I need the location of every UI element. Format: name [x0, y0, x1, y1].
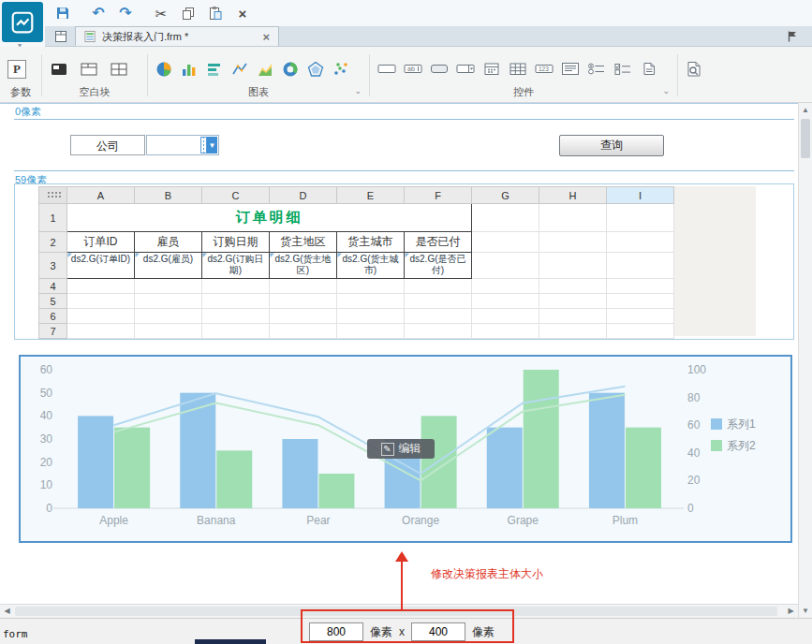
form-canvas[interactable]: 0像素 公司 ▼ 查询 59像素 ABCDEFGHI1订单明细2订单ID雇员订购…: [0, 103, 798, 604]
template-list-icon[interactable]: [54, 30, 67, 43]
pie-chart-icon[interactable]: [155, 61, 172, 78]
section-label-widgets[interactable]: 控件: [513, 86, 534, 97]
scroll-up-icon[interactable]: ▲: [799, 103, 812, 117]
donut-chart-icon[interactable]: [282, 61, 299, 78]
row-header-3[interactable]: 3: [39, 253, 67, 279]
tab-block-icon[interactable]: [80, 62, 98, 77]
horizontal-scrollbar[interactable]: ◀ ▶: [0, 604, 798, 618]
query-button[interactable]: 查询: [559, 135, 664, 156]
empty-cell[interactable]: [337, 324, 405, 339]
empty-cell[interactable]: [337, 294, 405, 309]
empty-cell[interactable]: [337, 279, 405, 294]
empty-cell[interactable]: [539, 279, 607, 294]
report-binding-cell[interactable]: ds2.G(订单ID): [67, 253, 135, 279]
empty-cell[interactable]: [202, 294, 270, 309]
empty-cell[interactable]: [607, 279, 674, 294]
empty-cell[interactable]: [472, 279, 539, 294]
column-chart-icon[interactable]: [181, 61, 198, 78]
cut-icon[interactable]: ✂: [153, 5, 170, 22]
chevron-down-icon[interactable]: ⌄: [354, 86, 362, 95]
report-header-cell[interactable]: 雇员: [135, 232, 202, 253]
report-block[interactable]: ABCDEFGHI1订单明细2订单ID雇员订购日期货主地区货主城市是否已付3ds…: [14, 183, 794, 340]
flag-icon[interactable]: [786, 30, 799, 43]
empty-cell[interactable]: [472, 232, 539, 253]
vertical-scrollbar[interactable]: ▲ ▼: [798, 103, 812, 618]
empty-cell[interactable]: [539, 309, 607, 324]
app-menu-button[interactable]: [2, 2, 43, 42]
row-header-4[interactable]: 4: [39, 279, 67, 294]
report-binding-cell[interactable]: ds2.G(货主城市): [337, 253, 405, 279]
column-header-G[interactable]: G: [472, 187, 539, 204]
report-grid[interactable]: ABCDEFGHI1订单明细2订单ID雇员订购日期货主地区货主城市是否已付3ds…: [38, 186, 674, 339]
report-header-cell[interactable]: 货主地区: [270, 232, 337, 253]
scatter-chart-icon[interactable]: [332, 61, 349, 78]
undo-icon[interactable]: ↶: [90, 5, 107, 22]
empty-cell[interactable]: [472, 204, 539, 232]
chevron-down-icon[interactable]: ⌄: [662, 86, 670, 95]
row-header-7[interactable]: 7: [39, 324, 67, 339]
column-header-E[interactable]: E: [337, 187, 405, 204]
empty-cell[interactable]: [539, 294, 607, 309]
empty-cell[interactable]: [539, 204, 607, 232]
empty-cell[interactable]: [270, 294, 337, 309]
empty-cell[interactable]: [607, 253, 674, 279]
empty-cell[interactable]: [67, 279, 135, 294]
column-header-A[interactable]: A: [67, 187, 135, 204]
combobox-widget-icon[interactable]: [456, 62, 475, 76]
company-label-cell[interactable]: 公司: [70, 135, 145, 155]
empty-cell[interactable]: [270, 309, 337, 324]
scroll-left-icon[interactable]: ◀: [0, 605, 14, 618]
company-combobox[interactable]: ▼: [146, 135, 219, 155]
paste-icon[interactable]: [207, 5, 224, 22]
empty-cell[interactable]: [607, 294, 674, 309]
report-binding-cell[interactable]: ds2.G(是否已付): [405, 253, 472, 279]
empty-cell[interactable]: [270, 279, 337, 294]
tab-decision-report[interactable]: 决策报表入门.frm * ×: [75, 26, 279, 46]
datepicker-widget-icon[interactable]: [482, 62, 501, 76]
parameter-icon[interactable]: P: [7, 60, 26, 79]
column-header-H[interactable]: H: [539, 187, 607, 204]
save-icon[interactable]: [54, 5, 71, 22]
text-editor-icon[interactable]: [377, 62, 396, 76]
empty-cell[interactable]: [270, 324, 337, 339]
report-header-cell[interactable]: 订单ID: [67, 232, 135, 253]
report-binding-cell[interactable]: ds2.G(货主地区): [270, 253, 337, 279]
empty-cell[interactable]: [202, 309, 270, 324]
report-header-cell[interactable]: 订购日期: [202, 232, 270, 253]
table-widget-icon[interactable]: [509, 62, 527, 76]
radar-chart-icon[interactable]: [307, 61, 324, 78]
chart-block[interactable]: 0102030405060020406080100AppleBananaPear…: [19, 355, 792, 543]
empty-cell[interactable]: [472, 309, 539, 324]
area-chart-icon[interactable]: [257, 61, 273, 78]
empty-cell[interactable]: [539, 232, 607, 253]
combobox-dropdown-icon[interactable]: ▼: [200, 137, 217, 154]
empty-cell[interactable]: [607, 324, 674, 339]
empty-cell[interactable]: [135, 279, 202, 294]
body-width-input[interactable]: [309, 622, 363, 641]
sheet-corner[interactable]: [39, 187, 67, 204]
empty-cell[interactable]: [607, 309, 674, 324]
row-header-1[interactable]: 1: [39, 204, 67, 232]
scroll-down-icon[interactable]: ▼: [799, 604, 812, 618]
report-binding-cell[interactable]: ds2.G(雇员): [135, 253, 202, 279]
redo-icon[interactable]: ↷: [117, 5, 134, 22]
empty-cell[interactable]: [135, 324, 202, 339]
body-height-input[interactable]: [411, 622, 465, 641]
empty-cell[interactable]: [405, 279, 472, 294]
empty-cell[interactable]: [202, 279, 270, 294]
column-header-F[interactable]: F: [405, 187, 472, 204]
textarea-widget-icon[interactable]: [561, 62, 580, 76]
empty-cell[interactable]: [135, 294, 202, 309]
empty-cell[interactable]: [539, 324, 607, 339]
empty-cell[interactable]: [607, 204, 674, 232]
empty-cell[interactable]: [472, 324, 539, 339]
empty-cell[interactable]: [405, 294, 472, 309]
absolute-block-icon[interactable]: [110, 62, 128, 77]
empty-cell[interactable]: [405, 324, 472, 339]
chart-edit-button[interactable]: ✎ 编辑: [367, 439, 435, 459]
empty-cell[interactable]: [202, 324, 270, 339]
file-upload-icon[interactable]: [640, 62, 658, 76]
column-header-I[interactable]: I: [607, 187, 674, 204]
column-header-D[interactable]: D: [270, 187, 337, 204]
radio-group-icon[interactable]: [587, 62, 606, 76]
